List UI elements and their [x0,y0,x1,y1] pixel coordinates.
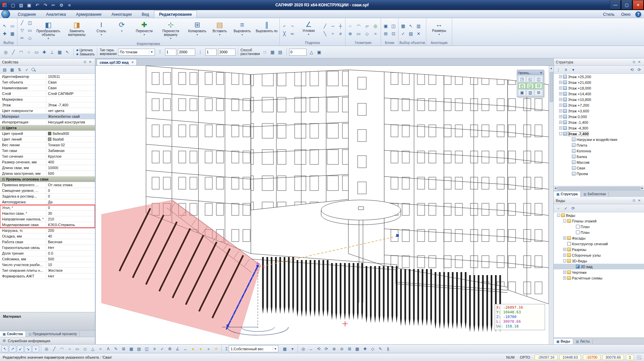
tree-expander[interactable]: + [559,98,562,101]
close-panel-icon[interactable]: ✕ [637,59,642,65]
building-3d-scene[interactable] [96,66,549,344]
tab-properties[interactable]: ▤ Свойства [0,331,26,337]
tree-expander[interactable]: + [559,109,562,112]
arc-tool-icon[interactable]: ◠ [355,22,362,30]
3d-viewport[interactable]: ▲ Проекц... ✕ ◳◱◫◰◲⊡▣▥⊞ X: -26097.16 [95,66,553,344]
bulb-on-icon[interactable]: ● [190,345,197,352]
cut-cross-icon[interactable]: ┼ [337,22,344,30]
divide-icon[interactable]: ÷ [329,30,336,37]
corner-trim-button[interactable]: ∠ Угловая▾ [297,19,320,41]
select-story-icon[interactable]: ▤ [407,30,415,37]
render-mode-icon[interactable]: ▣ [316,48,323,56]
load-case-select[interactable]: 1.Собственный вес▼ [229,345,278,352]
edit-mode-icon[interactable]: ✎ [377,345,384,352]
property-row[interactable]: Интерпретация Несущий конструктив [0,119,95,125]
menu-style[interactable]: Стиль [600,11,618,18]
tree-item[interactable]: + Этаж 0,000 [554,114,644,119]
replace-materials-button[interactable]: ◨ Заменить материалы [63,19,91,41]
property-row[interactable]: Маркировка [0,97,95,102]
tree-expander[interactable]: + [559,87,562,90]
edge-trim-icon[interactable]: ¬ [288,22,296,30]
property-row[interactable]: Тип сечения Круглое [0,154,95,159]
scroll-up-icon[interactable]: ▲ [550,66,553,70]
tree-item[interactable]: Свая [554,165,644,171]
tab-sheets[interactable]: ▥ Листы [573,339,593,344]
tree-item[interactable]: Плита [554,142,644,148]
ring-tool-icon[interactable]: ◎ [372,22,379,30]
select-cursor-icon[interactable]: ↖ [1,22,8,30]
open-file-icon[interactable]: ▧ [17,1,25,9]
pin-icon[interactable]: ⊙ [631,59,637,65]
tree-item[interactable]: + Этаж +14,400 [554,91,644,97]
fit-view-icon[interactable]: ⊞ [346,345,353,352]
tree-item[interactable]: - 3D-Виды [554,258,644,264]
maximize-button[interactable]: ▢ [621,0,633,10]
spline-tool-icon[interactable]: ≈ [372,30,379,37]
snap-corner-icon[interactable]: ↖ [1,345,8,352]
arc-icon[interactable]: ◠ [58,345,65,352]
property-row[interactable]: Смещение уровня, ... 0 [0,188,95,194]
property-row[interactable]: Нагрузка, тс 200 [0,228,95,234]
dimensions-button[interactable]: ↔ Размеры▾ [427,19,451,41]
refresh-views-icon[interactable]: ⟳ [570,205,577,212]
extend-icon[interactable]: ═ [288,30,296,37]
app-menu-icon[interactable]: ≡ [66,1,73,9]
draw-line-icon[interactable]: ╱ [10,48,17,56]
bulb-off-icon[interactable]: ● [205,345,212,352]
by-rows-icon[interactable]: ▤ [277,48,284,56]
apply-icon[interactable]: ✓ [23,66,30,73]
property-row[interactable]: Длина сваи, мм 10000 [0,165,95,171]
insert-block-icon[interactable]: ⊞ [382,30,389,37]
paste-button[interactable]: ▤ Вставить▾ [210,19,229,41]
sapfir-logo-icon[interactable] [1,10,10,18]
tree-expander[interactable]: + [559,81,562,84]
redo-icon[interactable]: ↷ [42,1,49,9]
property-row[interactable]: Цвет поверхности нет цвета [0,108,95,114]
property-row[interactable]: Осадка, мм 40 [0,234,95,239]
cursor-mode-icon[interactable]: ↖ [64,48,71,56]
menu-window[interactable]: Окно [618,11,634,18]
property-row[interactable]: Направление наклона, ° 210 [0,216,95,222]
snap-node-icon[interactable]: ◎ [2,48,9,56]
chain-checkbox[interactable]: ◆Цепочка [76,48,95,52]
select-add-icon[interactable]: ✚ [1,30,8,37]
property-row[interactable]: Цвет граней 8a9ea900 [0,131,95,137]
tree-expander[interactable] [568,161,571,164]
break-icon[interactable]: ≠ [337,30,344,37]
edit-block-icon[interactable]: ◫ [390,22,397,30]
rotate-left-icon[interactable]: ⟲ [315,345,322,352]
tree-expander[interactable]: + [559,104,562,107]
property-row[interactable]: Автоподрезка Да [0,199,95,205]
grid-toggle-icon[interactable]: ▦ [354,345,361,352]
list-mode-icon[interactable]: ≡ [562,66,569,73]
tree-item[interactable]: + Этаж +3,600 [554,108,644,114]
tree-expander[interactable]: - [563,259,566,262]
transform-objects-button[interactable]: ◧ Преобразовать объекты▾ [35,19,62,41]
tab-libraries[interactable]: ▥ Библиотеки [581,192,609,197]
center-view-icon[interactable]: ◎ [300,345,307,352]
grid-view-icon[interactable]: ▦ [9,66,15,73]
pick-point-icon[interactable]: ✚ [41,48,48,56]
steel-button[interactable]: I Сталь▾ [92,19,111,41]
property-row[interactable]: Длина заострения, мм 500 [0,171,95,176]
close-panel-icon[interactable]: ✕ [88,59,93,65]
undo-icon[interactable]: ↶ [34,1,41,9]
material-section-header[interactable]: Материал [0,312,95,330]
snap-mid-icon[interactable]: ↙ [17,345,24,352]
tree-item[interactable]: + Фасады [554,235,644,241]
mirror-icon[interactable]: ▽ [18,27,26,34]
property-row[interactable]: Идентификатор 102611 [0,74,95,80]
spacing-x-icon[interactable]: ⦙ [156,48,164,56]
tab-edit[interactable]: Редактирование [154,10,197,18]
property-row[interactable]: Цвет линий 8aafa6 [0,137,95,142]
circle-tool-icon[interactable]: ○ [346,22,354,30]
scroll-left-icon[interactable]: ◀ [554,187,556,190]
property-row[interactable]: Тип сваи Забивная [0,148,95,154]
angle-icon[interactable]: ∠ [174,345,181,352]
tree-item[interactable]: План [554,229,644,235]
property-row[interactable]: Тип объекта Свая [0,80,95,85]
tree-item[interactable]: + Этаж -4,300 [554,125,644,131]
cut-edge-icon[interactable]: ─ [329,22,336,30]
trim-element-icon[interactable]: ✂ [18,34,26,42]
draw-rect-icon[interactable]: ▭ [33,48,40,56]
